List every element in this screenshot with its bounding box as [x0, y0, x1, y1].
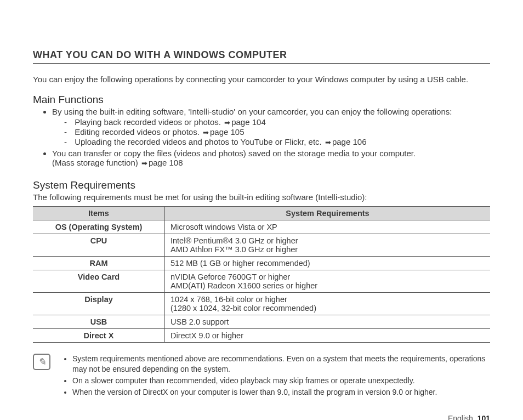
- table-cell-requirement: 512 MB (1 GB or higher recommended): [165, 257, 491, 270]
- main-item-2b: (Mass storage function): [52, 158, 140, 167]
- table-row: USBUSB 2.0 support: [33, 315, 490, 329]
- table-row: CPUIntel® Pentium®4 3.0 GHz or higherAMD…: [33, 234, 490, 257]
- note-2: On a slower computer than recommended, v…: [72, 376, 490, 386]
- main-sub-list: Playing back recorded videos or photos. …: [52, 117, 490, 146]
- footer-lang: English_: [448, 414, 477, 420]
- sub-playback: Playing back recorded videos or photos. …: [64, 117, 490, 127]
- system-requirements-heading: System Requirements: [33, 179, 490, 191]
- arrow-icon: ➡: [325, 138, 331, 146]
- table-cell-requirement: Intel® Pentium®4 3.0 GHz or higherAMD At…: [165, 234, 491, 257]
- table-row: RAM512 MB (1 GB or higher recommended): [33, 257, 490, 270]
- table-header-requirements: System Requirements: [165, 207, 491, 220]
- main-item-1: By using the built-in editing software, …: [52, 107, 490, 146]
- table-cell-requirement: 1024 x 768, 16-bit color or higher(1280 …: [165, 293, 491, 315]
- sub-upload: Uploading the recorded videos and photos…: [64, 137, 490, 146]
- sub-playback-page: page 104: [231, 117, 266, 127]
- table-cell-requirement: USB 2.0 support: [165, 315, 491, 329]
- table-cell-item: OS (Operating System): [33, 220, 165, 234]
- note-icon: ✎: [33, 354, 50, 370]
- table-cell-requirement: Microsoft windows Vista or XP: [165, 220, 491, 234]
- note-list: System requirements mentioned above are …: [61, 354, 490, 399]
- sub-editing-page: page 105: [210, 127, 245, 137]
- note-block: ✎ System requirements mentioned above ar…: [33, 354, 490, 399]
- page-footer: English_101: [33, 414, 490, 420]
- main-functions-list: By using the built-in editing software, …: [33, 107, 490, 167]
- table-cell-item: Display: [33, 293, 165, 315]
- sub-playback-text: Playing back recorded videos or photos.: [75, 117, 223, 127]
- arrow-icon: ➡: [203, 128, 209, 137]
- table-cell-item: RAM: [33, 257, 165, 270]
- main-item-2a: You can transfer or copy the files (vide…: [52, 149, 416, 158]
- sub-upload-text: Uploading the recorded videos and photos…: [75, 137, 324, 146]
- table-row: OS (Operating System)Microsoft windows V…: [33, 220, 490, 234]
- page-title: WHAT YOU CAN DO WITH A WINDOWS COMPUTER: [33, 49, 490, 64]
- intro-text: You can enjoy the following operations b…: [33, 75, 490, 84]
- sub-editing-text: Editing recorded videos or photos.: [75, 127, 202, 137]
- note-1: System requirements mentioned above are …: [72, 354, 490, 374]
- note-3: When the version of DirectX on your comp…: [72, 387, 490, 398]
- main-item-1-text: By using the built-in editing software, …: [52, 107, 452, 116]
- table-cell-item: Direct X: [33, 329, 165, 343]
- table-cell-item: CPU: [33, 234, 165, 257]
- main-item-2-page: page 108: [149, 158, 183, 167]
- table-cell-item: USB: [33, 315, 165, 329]
- table-row: Display1024 x 768, 16-bit color or highe…: [33, 293, 490, 315]
- table-header-items: Items: [33, 207, 165, 220]
- footer-page: 101: [477, 414, 490, 420]
- table-row: Video CardnVIDIA Geforce 7600GT or highe…: [33, 270, 490, 293]
- system-requirements-intro: The following requirements must be met f…: [33, 192, 490, 202]
- table-cell-requirement: nVIDIA Geforce 7600GT or higherAMD(ATI) …: [165, 270, 491, 293]
- main-functions-heading: Main Functions: [33, 94, 490, 106]
- table-row: Direct XDirectX 9.0 or higher: [33, 329, 490, 343]
- main-item-2: You can transfer or copy the files (vide…: [52, 149, 490, 167]
- table-cell-requirement: DirectX 9.0 or higher: [165, 329, 491, 343]
- sub-editing: Editing recorded videos or photos. ➡page…: [64, 127, 490, 137]
- arrow-icon: ➡: [141, 159, 147, 167]
- table-cell-item: Video Card: [33, 270, 165, 293]
- arrow-icon: ➡: [224, 118, 230, 127]
- system-requirements-table: Items System Requirements OS (Operating …: [33, 206, 490, 343]
- sub-upload-page: page 106: [332, 137, 367, 146]
